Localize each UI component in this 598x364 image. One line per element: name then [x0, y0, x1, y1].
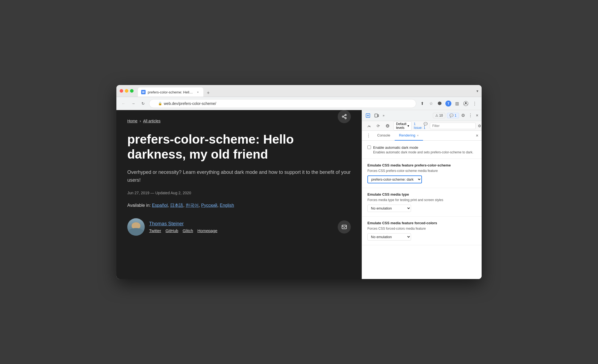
breadcrumb-articles[interactable]: All articles	[143, 119, 161, 123]
author-github[interactable]: GitHub	[165, 228, 178, 233]
devtools-more-menu-button[interactable]: ⋮	[467, 112, 474, 119]
back-button[interactable]: ←	[120, 100, 127, 107]
settings-cog-icon[interactable]: ⟳	[374, 122, 382, 130]
reload-button[interactable]: ↻	[139, 100, 147, 107]
author-twitter[interactable]: Twitter	[149, 228, 161, 233]
tab-bar: W prefers-color-scheme: Hello d... × +	[138, 85, 474, 97]
forward-button[interactable]: →	[129, 100, 137, 107]
lang-english[interactable]: English	[220, 203, 234, 208]
auto-dark-mode-label[interactable]: Enable automatic dark mode	[373, 145, 418, 150]
title-bar: W prefers-color-scheme: Hello d... × + ▾	[116, 85, 482, 97]
svg-point-1	[465, 102, 467, 104]
auto-dark-mode-desc: Enables automatic dark mode and sets pre…	[373, 150, 473, 154]
warning-icon: ⚠	[435, 114, 438, 117]
default-levels-dropdown[interactable]: Default levels ▾	[394, 121, 412, 131]
share-button[interactable]	[338, 110, 351, 123]
profile-icon[interactable]	[462, 100, 470, 107]
tab-rendering[interactable]: Rendering ×	[395, 131, 423, 141]
author-homepage[interactable]: Homepage	[197, 228, 217, 233]
minimize-button[interactable]	[125, 89, 128, 93]
emulate-prefers-select[interactable]: No emulation prefers-color-scheme: light…	[367, 175, 422, 183]
info-count: 1	[455, 114, 457, 117]
console-tab-label: Console	[377, 133, 390, 137]
emulate-media-type-section: Emulate CSS media type Forces media type…	[362, 188, 482, 217]
devtools-panel: » ⚠ 10 💬 1 ⚙ ⋮ ×	[362, 110, 482, 279]
svg-point-4	[345, 117, 346, 119]
author-glitch[interactable]: Glitch	[183, 228, 193, 233]
rendering-panel: Enable automatic dark mode Enables autom…	[362, 141, 482, 279]
inspect-element-button[interactable]	[364, 112, 372, 119]
author-links: Twitter GitHub Glitch Homepage	[149, 228, 218, 233]
emulate-media-type-select[interactable]: No emulation print screen	[367, 205, 411, 212]
toolbar-icons: ⬆ ☆ T ▥ ⋮	[418, 100, 478, 107]
lang-espanol[interactable]: Español	[152, 203, 168, 208]
device-toggle-button[interactable]	[373, 112, 380, 119]
maximize-button[interactable]	[130, 89, 134, 93]
chevron-down-icon[interactable]: ▾	[476, 89, 478, 93]
svg-point-3	[342, 116, 344, 117]
tab-close-button[interactable]: ×	[196, 90, 200, 94]
network-icon[interactable]	[384, 122, 391, 130]
devtools-settings-button[interactable]: ⚙	[460, 112, 466, 119]
rendering-tab-close-button[interactable]: ×	[417, 134, 419, 137]
issue-count: 1 Issue: 💬 1	[414, 122, 428, 130]
article-subtitle: Overhyped or necessity? Learn everything…	[127, 168, 351, 184]
auto-dark-mode-checkbox[interactable]	[367, 145, 371, 149]
breadcrumb-home[interactable]: Home	[127, 119, 137, 123]
devtools-panel-options-button[interactable]: ⋮	[364, 133, 373, 138]
svg-rect-9	[375, 114, 377, 117]
content-area: Home › All articles prefers-color-scheme…	[116, 110, 482, 279]
issue-badge: 💬 1	[424, 122, 428, 130]
ext2-badge: T	[445, 101, 451, 107]
svg-line-5	[343, 117, 345, 118]
devtools-badges: ⚠ 10 💬 1	[433, 113, 459, 118]
tab-console[interactable]: Console	[373, 131, 395, 141]
panel-close-button[interactable]: ×	[475, 132, 479, 139]
active-tab[interactable]: W prefers-color-scheme: Hello d... ×	[138, 87, 203, 97]
default-levels-label: Default levels	[396, 122, 406, 130]
emulate-prefers-color-scheme-section: Emulate CSS media feature prefers-color-…	[362, 159, 482, 188]
close-button[interactable]	[120, 89, 123, 93]
sidebar-icon[interactable]: ▥	[453, 100, 461, 107]
url-text: web.dev/prefers-color-scheme/	[164, 101, 216, 106]
breadcrumb-separator: ›	[140, 119, 141, 123]
author-section: Thomas Steiner Twitter GitHub Glitch Hom…	[127, 218, 218, 236]
email-button[interactable]	[338, 220, 351, 233]
article-date: Jun 27, 2019 — Updated Aug 2, 2020	[127, 191, 351, 195]
lock-icon: 🔒	[158, 102, 162, 105]
element-picker-icon[interactable]	[365, 122, 373, 130]
emulate-forced-colors-section: Emulate CSS media feature forced-colors …	[362, 217, 482, 245]
emulate-forced-colors-desc: Forces CSS forced-colors media feature	[367, 226, 476, 231]
filter-settings-icon[interactable]: ⚙	[478, 122, 481, 130]
ext2-icon[interactable]: T	[445, 100, 452, 107]
available-in: Available in: Español, 日本語, 한국어, Русский…	[127, 203, 351, 208]
lang-russian[interactable]: Русский	[201, 203, 217, 208]
devtools-close-button[interactable]: ×	[475, 112, 479, 119]
svg-point-2	[345, 114, 346, 116]
emulate-forced-colors-select[interactable]: No emulation active none	[367, 233, 411, 241]
menu-icon[interactable]: ⋮	[471, 100, 478, 107]
author-avatar	[127, 218, 145, 236]
issues-bar: ⟳ Default levels ▾ 1 Issue: 💬 1 ⚙	[362, 121, 482, 131]
star-icon[interactable]: ☆	[427, 100, 435, 107]
address-input[interactable]: 🔒 web.dev/prefers-color-scheme/	[149, 99, 416, 108]
webpage: Home › All articles prefers-color-scheme…	[116, 110, 362, 279]
lang-japanese[interactable]: 日本語	[170, 203, 183, 208]
traffic-lights	[120, 89, 134, 93]
svg-line-6	[343, 115, 345, 116]
info-badge[interactable]: 💬 1	[447, 113, 459, 118]
share-icon[interactable]: ⬆	[418, 100, 426, 107]
emulate-prefers-desc: Forces CSS prefers-color-scheme media fe…	[367, 168, 476, 173]
new-tab-button[interactable]: +	[204, 89, 212, 97]
author-name[interactable]: Thomas Steiner	[149, 221, 218, 227]
rendering-tab-label: Rendering	[399, 133, 415, 137]
address-bar: ← → ↻ 🔒 web.dev/prefers-color-scheme/ ⬆ …	[116, 97, 482, 110]
lang-korean[interactable]: 한국어	[186, 203, 199, 208]
devtools-tabs: ⋮ Console Rendering × ×	[362, 131, 482, 141]
available-in-label: Available in:	[127, 203, 151, 208]
extensions-icon[interactable]	[436, 100, 443, 107]
more-tabs-button[interactable]: »	[382, 113, 386, 118]
emulate-media-type-desc: Forces media type for testing print and …	[367, 198, 476, 202]
filter-input[interactable]	[430, 123, 476, 129]
warning-badge[interactable]: ⚠ 10	[433, 113, 445, 118]
